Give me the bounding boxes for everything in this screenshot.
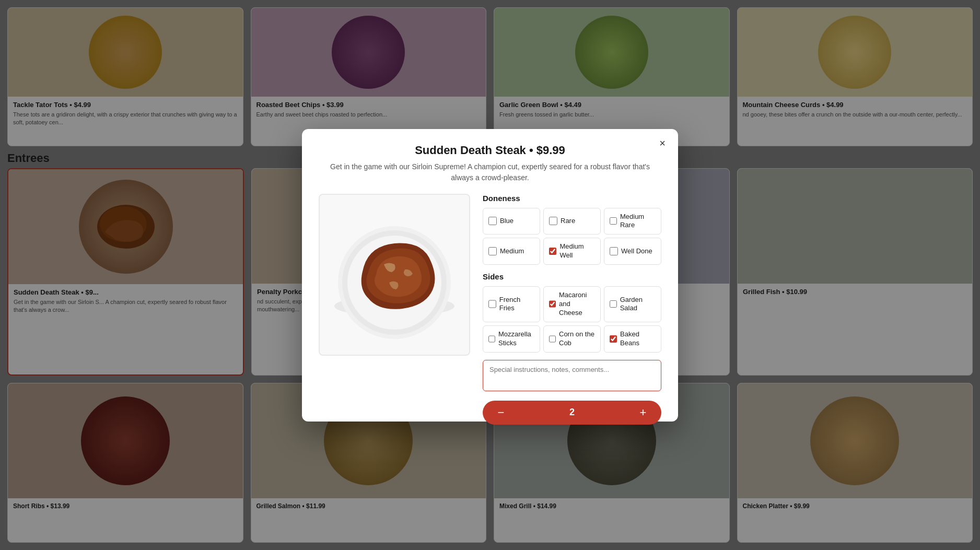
doneness-medium-rare-checkbox[interactable] xyxy=(610,217,617,225)
steak-illustration xyxy=(326,202,462,348)
modal-container: × Sudden Death Steak • $9.99 Get in the … xyxy=(302,129,678,422)
sides-grid: French Fries Macaroni and Cheese Garden … xyxy=(483,286,661,352)
side-corn-cob-label: Corn on the Cob xyxy=(559,330,595,348)
quantity-value: 2 xyxy=(569,407,575,418)
doneness-blue-label: Blue xyxy=(500,217,514,226)
side-baked-beans[interactable]: Baked Beans xyxy=(604,325,661,353)
doneness-well-done-label: Well Done xyxy=(621,247,652,256)
doneness-medium[interactable]: Medium xyxy=(483,238,540,265)
close-button[interactable]: × xyxy=(655,136,670,151)
doneness-medium-well[interactable]: Medium Well xyxy=(543,238,601,265)
doneness-well-done-checkbox[interactable] xyxy=(610,247,618,255)
doneness-section-title: Doneness xyxy=(483,194,661,203)
side-mozzarella-sticks[interactable]: Mozzarella Sticks xyxy=(483,325,540,353)
product-image xyxy=(319,194,470,356)
side-baked-beans-checkbox[interactable] xyxy=(610,335,617,343)
doneness-rare-label: Rare xyxy=(561,217,575,226)
special-instructions-input[interactable] xyxy=(483,360,661,391)
doneness-medium-label: Medium xyxy=(500,247,524,256)
modal-image-section xyxy=(319,194,470,425)
quantity-decrease-button[interactable]: − xyxy=(493,405,509,420)
side-corn-cob-checkbox[interactable] xyxy=(549,335,556,343)
doneness-blue[interactable]: Blue xyxy=(483,208,540,235)
side-corn-cob[interactable]: Corn on the Cob xyxy=(543,325,601,353)
side-mac-cheese-label: Macaroni and Cheese xyxy=(559,291,595,318)
quantity-bar[interactable]: − 2 + xyxy=(483,401,661,425)
doneness-medium-checkbox[interactable] xyxy=(488,247,497,255)
doneness-rare[interactable]: Rare xyxy=(543,208,601,235)
side-garden-salad[interactable]: Garden Salad xyxy=(604,286,661,322)
modal-subtitle: Get in the game with our Sirloin Supreme… xyxy=(319,161,661,183)
side-mac-cheese[interactable]: Macaroni and Cheese xyxy=(543,286,601,322)
side-mozzarella-sticks-label: Mozzarella Sticks xyxy=(498,330,534,348)
side-french-fries-checkbox[interactable] xyxy=(488,300,496,308)
side-french-fries[interactable]: French Fries xyxy=(483,286,540,322)
modal-options: Doneness Blue Rare Medium Rare xyxy=(483,194,661,425)
quantity-increase-button[interactable]: + xyxy=(635,405,651,420)
doneness-medium-well-label: Medium Well xyxy=(559,242,595,260)
side-baked-beans-label: Baked Beans xyxy=(620,330,656,348)
side-mozzarella-sticks-checkbox[interactable] xyxy=(488,335,495,343)
doneness-well-done[interactable]: Well Done xyxy=(604,238,661,265)
modal-title: Sudden Death Steak • $9.99 xyxy=(319,144,661,157)
side-garden-salad-label: Garden Salad xyxy=(620,296,656,313)
modal-overlay: × Sudden Death Steak • $9.99 Get in the … xyxy=(0,0,980,550)
doneness-medium-rare[interactable]: Medium Rare xyxy=(604,208,661,235)
doneness-medium-rare-label: Medium Rare xyxy=(620,213,656,230)
sides-section-title: Sides xyxy=(483,272,661,281)
doneness-grid: Blue Rare Medium Rare Medium xyxy=(483,208,661,265)
doneness-rare-checkbox[interactable] xyxy=(549,217,557,225)
side-french-fries-label: French Fries xyxy=(499,296,534,313)
side-mac-cheese-checkbox[interactable] xyxy=(549,300,556,308)
doneness-blue-checkbox[interactable] xyxy=(488,217,497,225)
doneness-medium-well-checkbox[interactable] xyxy=(549,247,556,255)
side-garden-salad-checkbox[interactable] xyxy=(610,300,617,308)
